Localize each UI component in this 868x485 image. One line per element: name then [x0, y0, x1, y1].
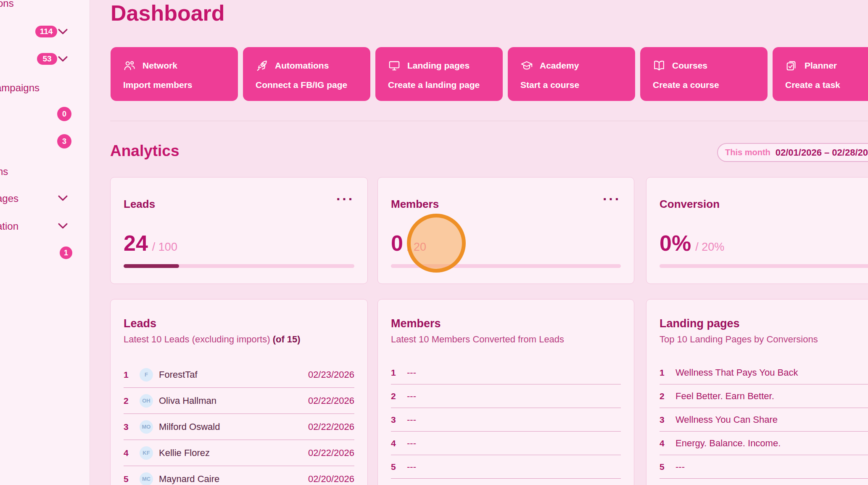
- action-description: Create a landing page: [388, 80, 503, 90]
- members-list-card: Members Latest 10 Members Converted from…: [377, 299, 634, 485]
- sidebar-item-campaigns[interactable]: ampaigns: [0, 82, 40, 94]
- members-rows: 1 --- 2 --- 3 --- 4 --- 5 --- 6 ---: [391, 361, 621, 485]
- table-row[interactable]: 6 ---: [391, 479, 621, 485]
- row-number: 3: [391, 415, 407, 425]
- lead-name: Kellie Florez: [159, 448, 210, 458]
- table-row[interactable]: 1 Wellness That Pays You Back: [660, 361, 868, 384]
- clipboard-check-icon: [785, 59, 798, 72]
- avatar: OH: [140, 394, 153, 408]
- row-number: 2: [124, 396, 140, 406]
- list-card-subtitle: Latest 10 Members Converted from Leads: [391, 334, 564, 345]
- table-row[interactable]: 3 ---: [391, 408, 621, 432]
- leads-rows: 1 F ForestTaf 02/23/2026 2 OH Oliva Hall…: [124, 362, 354, 485]
- sidebar-item-truncated-mid[interactable]: ns: [0, 166, 8, 178]
- sidebar-count-badge: 114: [35, 26, 57, 37]
- stat-value: 0%: [660, 231, 691, 255]
- ellipsis-menu-icon[interactable]: ···: [603, 192, 621, 206]
- stat-card-title: Conversion: [660, 198, 720, 211]
- list-card-title: Leads: [124, 317, 156, 330]
- list-card-subtitle: Top 10 Landing Pages by Conversions: [660, 334, 818, 345]
- lead-date: 02/22/2026: [308, 421, 354, 432]
- list-card-title: Landing pages: [660, 317, 740, 330]
- table-row[interactable]: 5 ---: [391, 455, 621, 479]
- automations-button[interactable]: Automations Connect a FB/IG page: [243, 47, 370, 101]
- row-number: 4: [124, 448, 140, 458]
- action-label: Landing pages: [407, 61, 470, 71]
- table-row[interactable]: 1 F ForestTaf 02/23/2026: [124, 362, 354, 388]
- empty-member-placeholder: ---: [407, 414, 416, 425]
- leads-stat-card: Leads ··· 24 / 100: [110, 177, 368, 284]
- progress-bar-fill: [124, 264, 179, 268]
- avatar: MC: [140, 472, 153, 485]
- lead-date: 02/22/2026: [308, 448, 354, 458]
- sidebar-item-automation[interactable]: ation: [0, 220, 18, 232]
- academy-button[interactable]: Academy Start a course: [508, 47, 635, 101]
- stat-value: 0: [391, 231, 403, 255]
- members-stat-card: Members ··· 0 / 20: [377, 177, 634, 284]
- lead-date: 02/23/2026: [308, 369, 354, 380]
- table-row[interactable]: 5 MC Maynard Caire 02/20/2026: [124, 466, 354, 485]
- row-number: 2: [660, 391, 675, 401]
- monitor-icon: [388, 59, 401, 72]
- action-description: Connect a FB/IG page: [256, 80, 370, 90]
- table-row[interactable]: 2 Feel Better. Earn Better.: [660, 384, 868, 408]
- lead-name: Milford Oswald: [159, 421, 220, 432]
- chevron-down-icon[interactable]: [58, 56, 68, 62]
- table-row[interactable]: 5 ---: [660, 455, 868, 479]
- row-number: 3: [124, 422, 140, 432]
- sidebar-item-truncated-top[interactable]: ons: [0, 0, 14, 9]
- table-row[interactable]: 3 Wellness You Can Share: [660, 408, 868, 432]
- sidebar-count-badge: 53: [37, 53, 57, 65]
- row-number: 1: [124, 370, 140, 380]
- courses-button[interactable]: Courses Create a course: [640, 47, 768, 101]
- empty-member-placeholder: ---: [407, 438, 416, 449]
- table-row[interactable]: 2 ---: [391, 384, 621, 408]
- empty-landing-placeholder: ---: [675, 461, 685, 472]
- landing-pages-list-card: Landing pages Top 10 Landing Pages by Co…: [646, 299, 868, 485]
- network-button[interactable]: Network Import members: [111, 47, 238, 101]
- progress-bar: [391, 264, 621, 268]
- action-description: Import members: [123, 80, 238, 90]
- subtitle-text: Latest 10 Leads (excluding imports): [124, 334, 273, 345]
- date-range-preset-label: This month: [725, 148, 770, 157]
- table-row[interactable]: 2 OH Oliva Hallman 02/22/2026: [124, 388, 354, 414]
- list-card-subtitle: Latest 10 Leads (excluding imports) (of …: [124, 334, 301, 345]
- table-row[interactable]: 4 KF Kellie Florez 02/22/2026: [124, 440, 354, 466]
- row-number: 5: [124, 474, 140, 484]
- graduation-cap-icon: [520, 59, 533, 72]
- table-row[interactable]: 4 ---: [391, 432, 621, 455]
- action-description: Start a course: [520, 80, 635, 90]
- ellipsis-menu-icon[interactable]: ···: [336, 192, 354, 206]
- action-label: Planner: [805, 61, 837, 71]
- action-label: Academy: [540, 61, 579, 71]
- lead-date: 02/22/2026: [308, 395, 354, 406]
- lead-name: Maynard Caire: [159, 474, 219, 485]
- stat-value: 24: [124, 231, 148, 255]
- chevron-down-icon[interactable]: [58, 195, 68, 201]
- table-row[interactable]: 6 ---: [660, 479, 868, 485]
- empty-member-placeholder: ---: [407, 367, 416, 378]
- landing-pages-button[interactable]: Landing pages Create a landing page: [375, 47, 503, 101]
- table-row[interactable]: 4 Energy. Balance. Income.: [660, 432, 868, 455]
- landing-page-name: Energy. Balance. Income.: [675, 438, 781, 449]
- leads-list-card: Leads Latest 10 Leads (excluding imports…: [110, 299, 368, 485]
- row-number: 1: [391, 368, 407, 378]
- empty-member-placeholder: ---: [407, 461, 416, 472]
- row-number: 5: [660, 462, 675, 472]
- chevron-down-icon[interactable]: [58, 29, 68, 35]
- chevron-down-icon[interactable]: [58, 223, 68, 229]
- date-range-filter[interactable]: This month 02/01/2026 – 02/28/20: [717, 143, 868, 162]
- page-title: Dashboard: [111, 0, 225, 26]
- landing-pages-rows: 1 Wellness That Pays You Back 2 Feel Bet…: [660, 361, 868, 485]
- landing-page-name: Wellness That Pays You Back: [675, 367, 798, 378]
- sidebar-item-pages[interactable]: ages: [0, 193, 18, 204]
- planner-button[interactable]: Planner Create a task: [773, 47, 868, 101]
- row-number: 4: [660, 438, 675, 448]
- avatar: MO: [140, 420, 153, 434]
- avatar: F: [140, 368, 153, 382]
- table-row[interactable]: 1 ---: [391, 361, 621, 384]
- table-row[interactable]: 3 MO Milford Oswald 02/22/2026: [124, 414, 354, 440]
- row-number: 4: [391, 438, 407, 448]
- subtitle-count: (of 15): [273, 334, 301, 345]
- people-icon: [123, 59, 136, 72]
